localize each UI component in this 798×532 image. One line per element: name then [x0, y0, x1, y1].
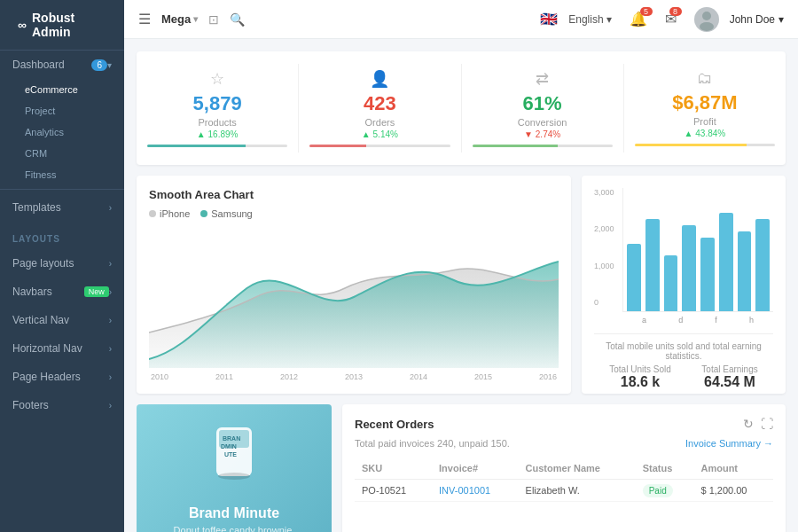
expand-icon[interactable]: ⊡ [208, 12, 219, 27]
expand-table-icon[interactable]: ⛶ [761, 417, 773, 431]
search-icon[interactable]: 🔍 [230, 12, 245, 27]
cell-amount: $ 1,200.00 [693, 480, 773, 502]
bar-stats: Total mobile units sold and total earnin… [594, 333, 773, 390]
bar-y-labels: 3,000 2,000 1,000 0 [594, 188, 614, 307]
bar-7 [738, 231, 752, 311]
sidebar-item-vertical-nav[interactable]: Vertical Nav › [0, 306, 124, 334]
cell-status: Paid [636, 480, 694, 502]
sidebar-divider [0, 189, 124, 190]
col-status: Status [636, 458, 694, 480]
x-label-2015: 2015 [474, 372, 492, 381]
orders-bar [309, 145, 450, 147]
x-label-2011: 2011 [215, 372, 233, 381]
avatar[interactable] [694, 7, 719, 32]
orders-card: Recent Orders ↻ ⛶ Total paid invoices 24… [342, 404, 786, 532]
conversion-label: Conversion [518, 117, 567, 128]
sidebar-item-crm[interactable]: CRM [12, 143, 124, 164]
x-label-2012: 2012 [280, 372, 298, 381]
iphone-label: iPhone [160, 208, 190, 219]
bar-8 [755, 219, 770, 311]
products-value: 5,879 [193, 92, 242, 115]
sidebar-item-fitness[interactable]: Fitness [12, 164, 124, 185]
samsung-label: Samsung [211, 208, 252, 219]
total-units-label: Total Units Sold [609, 364, 670, 374]
user-chevron-icon: ▾ [778, 13, 784, 26]
sidebar-item-footers[interactable]: Footers › [0, 391, 124, 419]
conversion-bar [473, 145, 613, 147]
templates-arrow-icon: › [109, 203, 112, 213]
sidebar-item-templates[interactable]: Templates › [0, 193, 124, 222]
language-selector[interactable]: English ▾ [568, 13, 611, 26]
bar-chart-bars [622, 188, 773, 312]
stat-orders: 👤 423 Orders ▲ 5.14% [299, 64, 461, 153]
x-label-2014: 2014 [410, 372, 427, 381]
svg-text:UTE: UTE [224, 451, 237, 458]
messages-button[interactable]: ✉8 [665, 11, 677, 27]
folder-icon: 🗂 [697, 69, 713, 88]
y-0: 0 [594, 298, 614, 307]
area-x-labels: 2010 2011 2012 2013 2014 2015 2016 [149, 372, 559, 381]
vertical-nav-arrow-icon: › [109, 316, 112, 325]
page-layouts-label: Page layouts [12, 257, 109, 270]
sidebar-item-page-headers[interactable]: Page Headers › [0, 363, 124, 391]
table-row: PO-10521 INV-001001 Elizabeth W. Paid $ … [355, 480, 773, 502]
bar-3 [664, 255, 678, 311]
sidebar-item-page-layouts[interactable]: Page layouts › [0, 249, 124, 278]
mega-label: Mega [161, 12, 191, 26]
notifications-button[interactable]: 🔔5 [630, 11, 647, 27]
user-menu[interactable]: John Doe ▾ [730, 13, 784, 26]
promo-card: BRAN DMIN UTE Brand Minute Donut toffee … [137, 404, 332, 532]
svg-text:BRAN: BRAN [223, 435, 240, 442]
orders-label: Orders [365, 117, 395, 128]
samsung-dot [200, 210, 207, 217]
mega-menu[interactable]: Mega ▾ [161, 12, 198, 26]
invoice-link[interactable]: INV-001001 [439, 485, 490, 496]
invoice-summary-link[interactable]: Invoice Summary → [685, 438, 773, 449]
navbars-arrow-icon: › [109, 287, 112, 297]
x-f: f [715, 316, 717, 325]
stat-products: ☆ 5,879 Products ▲ 16.89% [137, 64, 299, 153]
layouts-section-header: LAYOUTS [0, 222, 124, 249]
col-sku: SKU [355, 458, 432, 480]
y-2000: 2,000 [594, 224, 614, 233]
cup-svg: BRAN DMIN UTE [203, 419, 265, 489]
sidebar-crm-label: CRM [25, 148, 47, 159]
cell-customer: Elizabeth W. [519, 480, 636, 502]
user-name: John Doe [730, 13, 775, 26]
logo-icon: ∞ [18, 18, 27, 32]
products-change: ▲ 16.89% [197, 129, 239, 139]
hamburger-icon[interactable]: ☰ [138, 11, 151, 27]
sidebar-dashboard-label: Dashboard [12, 59, 91, 71]
stats-row: ☆ 5,879 Products ▲ 16.89% 👤 423 Orders ▲… [137, 51, 786, 165]
stat-profit: 🗂 $6,87M Profit ▲ 43.84% [624, 64, 786, 153]
iphone-dot [149, 210, 156, 217]
orders-header: Recent Orders ↻ ⛶ [355, 417, 773, 431]
main-content: ☰ Mega ▾ ⊡ 🔍 🇬🇧 English ▾ 🔔5 ✉8 John Doe… [124, 0, 798, 532]
total-earnings-val: 64.54 M [701, 374, 757, 390]
status-badge: Paid [643, 484, 673, 497]
sidebar-logo: ∞ Robust Admin [0, 0, 124, 51]
total-earnings: Total Earnings 64.54 M [701, 364, 757, 390]
sidebar-item-dashboard[interactable]: Dashboard 6 ▾ [0, 51, 124, 79]
sidebar-item-ecommerce[interactable]: eCommerce [12, 79, 124, 100]
orders-change: ▲ 5.14% [362, 129, 398, 139]
sidebar-item-analytics[interactable]: Analytics [12, 121, 124, 143]
sidebar-project-label: Project [25, 106, 55, 116]
bar-6 [719, 213, 733, 311]
y-3000: 3,000 [594, 188, 614, 197]
refresh-icon[interactable]: ↻ [743, 417, 754, 431]
sidebar-analytics-label: Analytics [25, 127, 64, 137]
msg-count: 8 [669, 7, 682, 16]
sidebar-item-navbars[interactable]: Navbars New › [0, 278, 124, 306]
orders-title: Recent Orders [355, 418, 434, 431]
cell-sku: PO-10521 [355, 480, 432, 502]
bar-2 [645, 219, 660, 311]
sidebar-item-project[interactable]: Project [12, 100, 124, 121]
orders-value: 423 [364, 92, 396, 115]
navbars-label: Navbars [12, 286, 81, 298]
sidebar-item-horizontal-nav[interactable]: Horizontal Nav › [0, 334, 124, 363]
x-d: d [678, 316, 683, 325]
bar-5 [700, 238, 715, 311]
flag-icon: 🇬🇧 [540, 11, 558, 27]
orders-sub-row: Total paid invoices 240, unpaid 150. Inv… [355, 438, 773, 449]
